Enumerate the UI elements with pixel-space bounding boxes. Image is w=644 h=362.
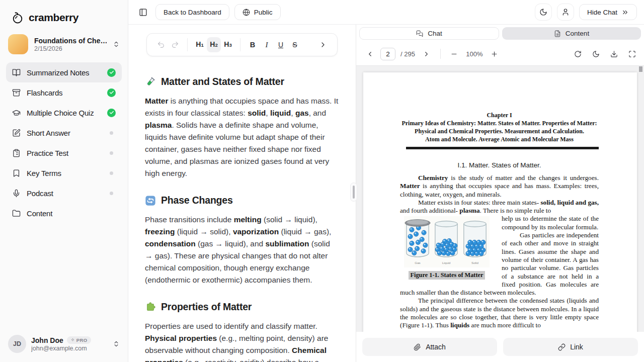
status-complete-badge bbox=[107, 109, 116, 117]
sidebar-item-multiple-choice-quiz[interactable]: Multiple Choice Quiz bbox=[6, 103, 122, 123]
sidebar-item-podcast[interactable]: Podcast bbox=[6, 183, 122, 203]
user-name: John Doe bbox=[31, 336, 63, 344]
sidebar-item-practice-test[interactable]: Practice Test bbox=[6, 143, 122, 163]
bold-button[interactable]: B bbox=[246, 37, 260, 52]
paperclip-icon bbox=[414, 343, 421, 351]
sidebar: cramberry Foundations of Che… 2/15/2026 … bbox=[0, 0, 128, 362]
heading-2-button[interactable]: H2 bbox=[207, 37, 221, 52]
heading-1-button[interactable]: H1 bbox=[193, 37, 207, 52]
pdf-section-title: I.1. Matter. States of Matter. bbox=[400, 161, 599, 169]
sparkle-icon bbox=[70, 338, 75, 342]
more-tools-button[interactable] bbox=[316, 37, 330, 52]
sidebar-item-flashcards[interactable]: Flashcards bbox=[6, 82, 122, 103]
note-paragraph: Phase transitions include melting (solid… bbox=[145, 214, 339, 286]
user-email: john@example.com bbox=[31, 345, 108, 352]
panel-left-icon bbox=[139, 8, 147, 17]
pencil-square-icon bbox=[12, 129, 21, 137]
chevron-right-icon bbox=[423, 50, 430, 58]
brand-logo: cramberry bbox=[0, 0, 128, 24]
status-pending-dot bbox=[110, 171, 113, 175]
status-complete-badge bbox=[107, 68, 116, 77]
underline-button[interactable]: U bbox=[274, 37, 288, 52]
moon-icon bbox=[539, 8, 547, 16]
link-icon bbox=[558, 343, 566, 351]
rotate-cw-icon bbox=[574, 50, 582, 58]
pdf-page: Chapter I Primary Ideas of Chemistry: Ma… bbox=[363, 72, 637, 332]
redo-button[interactable] bbox=[168, 37, 182, 52]
link-button[interactable]: Link bbox=[503, 338, 638, 356]
pdf-viewport: Chapter I Primary Ideas of Chemistry: Ma… bbox=[356, 66, 644, 332]
editor-content[interactable]: Matter and States of Matter Matter is an… bbox=[128, 56, 356, 362]
chevron-right-icon bbox=[319, 41, 327, 49]
right-pane-tabs: Chat Content bbox=[356, 25, 644, 42]
back-to-dashboard-button[interactable]: Back to Dashboard bbox=[155, 4, 229, 20]
liquid-beaker-illustration: Liquid bbox=[433, 217, 459, 267]
app-window: cramberry Foundations of Che… 2/15/2026 … bbox=[0, 0, 644, 362]
note-section-heading: Phase Changes bbox=[145, 195, 339, 206]
svg-text:Gas: Gas bbox=[415, 261, 420, 265]
undo-icon bbox=[157, 41, 165, 49]
figure-caption: Figure 1-1. States of Matter bbox=[409, 271, 486, 280]
test-tube-emoji bbox=[145, 76, 156, 87]
pane-resize-handle[interactable] bbox=[350, 183, 357, 202]
pdf-chapter-heading: Chapter I Primary Ideas of Chemistry: Ma… bbox=[400, 111, 599, 143]
note-section-heading: Matter and States of Matter bbox=[145, 76, 339, 87]
total-pages-label: / 295 bbox=[400, 50, 415, 58]
public-button[interactable]: Public bbox=[234, 4, 281, 20]
sidebar-toggle-button[interactable] bbox=[135, 5, 150, 20]
undo-button[interactable] bbox=[154, 37, 168, 52]
book-open-icon bbox=[12, 68, 21, 77]
flashcards-icon bbox=[12, 88, 21, 97]
status-complete-badge bbox=[107, 88, 116, 97]
sidebar-item-content[interactable]: Content bbox=[6, 203, 122, 223]
svg-text:Liquid: Liquid bbox=[442, 261, 451, 265]
next-page-button[interactable] bbox=[420, 47, 433, 60]
sidebar-item-summarized-notes[interactable]: Summarized Notes bbox=[6, 62, 122, 82]
pdf-scrollbar-thumb[interactable] bbox=[639, 66, 642, 72]
document-icon bbox=[554, 30, 561, 37]
previous-page-button[interactable] bbox=[363, 47, 376, 60]
pdf-body-text: Chemistry is the study of matter and the… bbox=[400, 174, 599, 330]
pdf-paragraph: The principal difference between the con… bbox=[400, 297, 599, 329]
hide-chat-button[interactable]: Hide Chat bbox=[579, 4, 637, 20]
project-avatar bbox=[8, 34, 28, 54]
heading-3-button[interactable]: H3 bbox=[221, 37, 235, 52]
chevrons-right-icon bbox=[621, 9, 629, 16]
download-button[interactable] bbox=[609, 47, 619, 60]
italic-button[interactable]: I bbox=[260, 37, 274, 52]
gas-beaker-illustration: Gas bbox=[405, 217, 431, 267]
tab-chat[interactable]: Chat bbox=[359, 27, 499, 40]
user-menu[interactable]: JD John Doe PRO john@example.com bbox=[0, 328, 128, 362]
project-selector[interactable]: Foundations of Che… 2/15/2026 bbox=[8, 34, 120, 54]
double-rule bbox=[406, 147, 599, 149]
zoom-level-label: 100% bbox=[465, 50, 484, 58]
sidebar-item-key-terms[interactable]: Key Terms bbox=[6, 163, 122, 183]
pdf-toolbar: / 295 100% bbox=[356, 42, 644, 66]
chevrons-up-down-icon bbox=[113, 340, 120, 347]
svg-text:Solid: Solid bbox=[471, 261, 478, 265]
zoom-in-button[interactable] bbox=[488, 47, 501, 60]
attachment-bar: Attach Link bbox=[356, 332, 644, 362]
pdf-paragraph: Chemistry is the study of matter and the… bbox=[400, 174, 599, 199]
status-pending-dot bbox=[110, 151, 113, 155]
refresh-button[interactable] bbox=[573, 47, 583, 60]
strikethrough-button[interactable]: S bbox=[288, 37, 302, 52]
tab-content[interactable]: Content bbox=[502, 27, 641, 40]
account-button[interactable] bbox=[557, 4, 574, 21]
chevrons-up-down-icon bbox=[113, 41, 120, 48]
pdf-theme-button[interactable] bbox=[591, 47, 601, 60]
fullscreen-button[interactable] bbox=[627, 47, 637, 60]
project-title: Foundations of Che… bbox=[34, 37, 107, 45]
status-pending-dot bbox=[110, 131, 113, 135]
attach-button[interactable]: Attach bbox=[362, 338, 497, 356]
theme-toggle-button[interactable] bbox=[535, 4, 552, 21]
page-number-input[interactable] bbox=[380, 48, 395, 60]
minus-icon bbox=[450, 50, 458, 58]
zoom-out-button[interactable] bbox=[448, 47, 461, 60]
cramberry-berry-icon bbox=[11, 11, 24, 24]
sidebar-item-short-answer[interactable]: Short Answer bbox=[6, 123, 122, 143]
notes-editor-pane: H1 H2 H3 B I U S bbox=[128, 25, 356, 362]
graduation-cap-icon bbox=[12, 109, 21, 117]
project-date: 2/15/2026 bbox=[34, 45, 107, 52]
chat-bubbles-icon bbox=[416, 30, 423, 37]
